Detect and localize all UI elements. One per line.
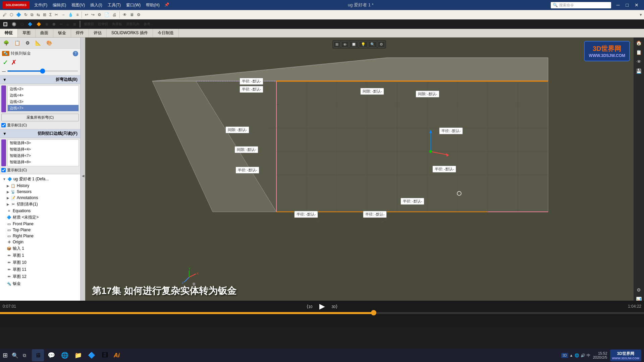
search-taskbar[interactable]: 🔍 [10, 351, 20, 360]
taskbar-app-3d[interactable]: 🔷 [86, 349, 98, 361]
ai-button[interactable]: Ai [112, 349, 121, 361]
tray-3dworld[interactable]: 3D [561, 353, 568, 358]
tree-item-front-plane[interactable]: ▭ Front Plane [1, 221, 79, 227]
edge-item-3[interactable]: 边线<3> [8, 99, 78, 105]
tb2-btn7[interactable]: ⬢ [51, 21, 57, 27]
collect-bends-button[interactable]: 采集所有折弯(C) [1, 114, 79, 121]
panel-icon-dim[interactable]: 📐 [33, 39, 43, 47]
bend-edges-header[interactable]: ▼ 折弯边线(B) [0, 75, 80, 84]
tree-root[interactable]: ▼ 🔷 ug 爱好者 1 (Defa... [1, 176, 79, 183]
tray-up-arrow[interactable]: ▲ [570, 353, 573, 357]
rewind-button[interactable]: ⟨10 [307, 304, 312, 309]
qa-trim[interactable]: ✂ [53, 11, 59, 18]
rp-save[interactable]: 💾 [635, 67, 643, 75]
qa-view-orient[interactable]: 👁 [121, 11, 128, 18]
menu-file[interactable]: 文件(F) [32, 2, 49, 9]
cancel-button[interactable]: ✗ [10, 58, 17, 67]
panel-icon-appearance[interactable]: 🎨 [44, 39, 54, 47]
qa-print[interactable]: 🖨 [111, 11, 118, 18]
menu-view[interactable]: 视图(V) [69, 2, 87, 9]
qa-rotate[interactable]: ↻ [23, 11, 29, 18]
tb2-btn9[interactable]: ⎄ [65, 21, 71, 27]
viewport[interactable]: 半径: -默认- 半径: -默认- 间隙: -默认- 间隙: -默认- 间隙: … [85, 38, 633, 314]
task-view-button[interactable]: ⧉ [20, 351, 29, 360]
vp-btn3[interactable]: 🔲 [350, 41, 358, 48]
ok-button[interactable]: ✓ [2, 58, 9, 67]
cut-item-7[interactable]: 智能选择<7> [8, 153, 78, 159]
tab-pin[interactable]: 📌 [163, 2, 171, 9]
qa-3d-sketch[interactable]: 🖊 [1, 11, 8, 18]
tab-weldment[interactable]: 焊件 [71, 29, 89, 37]
qa-redo[interactable]: ↪ [90, 11, 96, 18]
tab-sketch[interactable]: 草图 [18, 29, 36, 37]
tray-cn-input[interactable]: 中 [587, 353, 590, 358]
collapse-button[interactable]: ◀ [80, 38, 85, 314]
qa-linear[interactable]: ⊞ [42, 11, 48, 18]
taskbar-app-browser[interactable]: 🌐 [59, 349, 71, 361]
menu-insert[interactable]: 插入(I) [88, 2, 104, 9]
edge-item-7[interactable]: 边线<7> [8, 105, 78, 111]
tree-item-sketch12[interactable]: ✏ 草图 12 [1, 273, 79, 280]
taskbar-app-chat[interactable]: 💬 [45, 349, 57, 361]
search-box[interactable]: 🔍 搜索命令 [551, 2, 611, 8]
qa-mirror[interactable]: ⇆ [35, 11, 41, 18]
tb2-odd-dir[interactable]: 异形孔向 [124, 21, 141, 27]
show-label-checkbox[interactable] [1, 123, 6, 127]
tray-sound[interactable]: 🔊 [581, 353, 585, 358]
rp-view[interactable]: 👁 [635, 58, 643, 66]
qa-component[interactable]: ⬡ [8, 11, 14, 18]
cut-edge-list[interactable]: 智能选择<3> 智能选择<4> 智能选择<7> 智能选择<8> [7, 139, 79, 166]
cut-edges-header[interactable]: ▼ 切到切口边线(只读)(F) [0, 129, 80, 138]
qa-dropper[interactable]: 💧 [67, 11, 74, 18]
tree-item-origin[interactable]: ✛ Origin [1, 239, 79, 245]
qa-undo[interactable]: ↩ [84, 11, 90, 18]
close-button[interactable]: ✕ [632, 2, 641, 8]
cut-item-8[interactable]: 智能选择<8> [8, 159, 78, 165]
rp-home[interactable]: 🏠 [635, 39, 643, 47]
tab-evaluate[interactable]: 评估 [89, 29, 107, 37]
help-icon[interactable]: ? [73, 51, 78, 56]
vp-btn1[interactable]: ⊞ [333, 41, 340, 48]
tree-item-sketch10[interactable]: ✏ 草图 10 [1, 259, 79, 266]
tb2-ref[interactable]: 参考… [142, 21, 155, 27]
tab-sheet-metal[interactable]: 钣金 [53, 29, 71, 37]
panel-icon-property[interactable]: 📋 [12, 39, 22, 47]
tray-network[interactable]: 🌐 [575, 353, 579, 358]
tb2-right-cut[interactable]: 角撑板 [110, 21, 124, 27]
tree-item-equations[interactable]: = Equations [1, 208, 79, 214]
qa-sum[interactable]: Σ [48, 11, 53, 18]
edge-item-2[interactable]: 边线<2> [8, 86, 78, 92]
taskbar-app-explorer[interactable]: 📁 [72, 349, 84, 361]
tb2-btn8[interactable]: ✂ [58, 21, 64, 27]
tb2-btn1[interactable]: 🔳 [1, 21, 9, 27]
qa-doc[interactable]: 📄 [103, 11, 111, 18]
tree-item-history[interactable]: ▶ 📋 History [1, 183, 79, 189]
tb2-btn5[interactable]: 🔶 [35, 21, 43, 27]
cut-show-label-checkbox[interactable] [1, 168, 6, 172]
dropdown-arrow[interactable]: ▼ [639, 13, 643, 17]
taskbar-3dworld-badge[interactable]: 3D世界网 WWW.3DSJW.COM [610, 350, 642, 361]
tree-item-cut-list[interactable]: ▶ ✂ 切割清单(1) [1, 201, 79, 208]
tree-item-top-plane[interactable]: ▭ Top Plane [1, 227, 79, 233]
rp-settings[interactable]: ⚙ [635, 286, 642, 294]
tree-item-input1[interactable]: 📦 输入 1 [1, 245, 79, 252]
edge-item-8[interactable]: 边线<8> [8, 111, 78, 112]
qa-display[interactable]: 🖥 [128, 11, 135, 18]
timeline-progress-bar[interactable] [0, 312, 644, 314]
qa-feature[interactable]: 🔷 [15, 11, 22, 18]
forward-button[interactable]: 30⟩ [332, 304, 337, 309]
play-button[interactable]: ▶ [319, 302, 325, 311]
panel-icon-feature-manager[interactable]: 🌳 [1, 39, 11, 47]
tree-item-sensors[interactable]: ▶ 📡 Sensors [1, 189, 79, 195]
taskbar-app-video[interactable]: 🎞 [99, 349, 111, 361]
qa-arrow[interactable]: → [60, 11, 66, 18]
vp-btn2[interactable]: 👁 [341, 41, 349, 48]
tb2-ref-cut[interactable]: 拉伸切 [96, 21, 110, 27]
start-button[interactable]: ⊞ [0, 350, 10, 360]
qa-rebuild[interactable]: ⚙ [96, 11, 103, 18]
tab-sw-addins[interactable]: SOLIDWORKS 插件 [107, 29, 153, 37]
rp-list[interactable]: 📋 [635, 48, 643, 56]
vp-btn5[interactable]: 🔍 [368, 41, 377, 48]
tb2-top-cut[interactable]: 俯视切 [82, 21, 96, 27]
tree-item-right-plane[interactable]: ▭ Right Plane [1, 233, 79, 239]
